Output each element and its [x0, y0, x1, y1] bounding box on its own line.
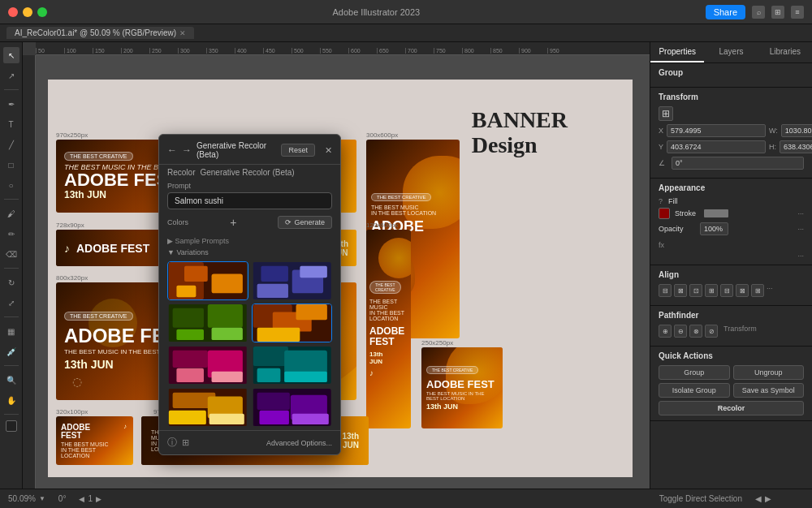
variation-thumb-1[interactable] [167, 261, 248, 300]
nav-right-icon[interactable]: ▶ [765, 494, 771, 503]
prompt-input[interactable] [167, 192, 332, 209]
intersect-btn[interactable]: ⊗ [689, 325, 702, 338]
recolor-reset-button[interactable]: Reset [281, 144, 315, 157]
isolate-group-button[interactable]: Isolate Group [659, 383, 730, 398]
variation-thumb-7[interactable] [167, 388, 248, 427]
exclude-btn[interactable]: ⊘ [705, 325, 718, 338]
banner-title-line2: Design [472, 133, 568, 158]
banner-250x250[interactable]: THE BEST CREATIVE ADOBE FEST THE BEST MU… [421, 347, 503, 428]
pencil-tool[interactable]: ✏ [3, 226, 19, 242]
transform-box-icon[interactable]: ⊞ [659, 106, 673, 121]
pen-tool[interactable]: ✒ [3, 96, 19, 112]
recolor-back-icon[interactable]: ← [167, 144, 177, 156]
variation-thumb-2[interactable] [252, 261, 333, 300]
generate-button[interactable]: ⟳ Generate [278, 216, 332, 229]
nav-left-icon[interactable]: ◀ [755, 494, 762, 503]
artboard-nav-left[interactable]: ◀ [79, 495, 84, 503]
gradient-tool[interactable]: ▦ [3, 323, 19, 339]
menu-icon[interactable]: ≡ [791, 6, 804, 19]
tab-libraries[interactable]: Libraries [758, 42, 812, 62]
tools-panel: ↖ ↗ ✒ T ╱ □ ○ 🖌 ✏ ⌫ ↻ ⤢ ▦ 💉 🔍 ✋ [0, 42, 23, 489]
svg-rect-26 [253, 347, 287, 366]
opacity-dots[interactable]: ··· [797, 225, 804, 233]
align-top-btn[interactable]: ⊞ [705, 284, 718, 297]
title-bar-right: Share ⌕ ⊞ ≡ [706, 5, 804, 19]
angle-icon: ∠ [659, 159, 668, 167]
fill-row: ? Fill [659, 197, 804, 205]
ellipse-tool[interactable]: ○ [3, 177, 19, 193]
scale-tool[interactable]: ⤢ [3, 295, 19, 311]
x-input[interactable] [667, 124, 766, 137]
tab-properties[interactable]: Properties [650, 42, 704, 62]
selection-tool[interactable]: ↖ [3, 47, 19, 63]
sample-prompts-toggle[interactable]: ▶ Sample Prompts [159, 235, 340, 247]
opacity-input[interactable] [700, 222, 728, 235]
variation-thumb-8[interactable] [252, 388, 333, 427]
share-button[interactable]: Share [706, 5, 745, 19]
grid-view-icon[interactable]: ⊞ [182, 437, 189, 448]
align-left-btn[interactable]: ⊟ [659, 284, 672, 297]
title-bar: Adobe Illustrator 2023 Share ⌕ ⊞ ≡ [0, 0, 812, 24]
distribute-btn[interactable]: ⊞ [751, 284, 764, 297]
line-tool[interactable]: ╱ [3, 136, 19, 153]
h-input[interactable] [780, 140, 812, 153]
recolor-button[interactable]: Recolor [659, 401, 804, 415]
tab-layers[interactable]: Layers [704, 42, 758, 62]
unite-btn[interactable]: ⊕ [659, 325, 672, 338]
banner-label-250x250: 250x250px [421, 339, 453, 347]
variation-thumb-3[interactable] [167, 304, 248, 342]
maximize-button[interactable] [37, 7, 47, 17]
align-more-dots[interactable]: ··· [767, 284, 773, 297]
align-center-btn[interactable]: ⊠ [674, 284, 687, 297]
ungroup-button[interactable]: Ungroup [733, 365, 805, 380]
eyedropper-tool[interactable]: 💉 [3, 343, 19, 359]
grid-icon[interactable]: ⊞ [771, 6, 784, 19]
direct-selection-tool[interactable]: ↗ [3, 67, 19, 84]
group-button[interactable]: Group [659, 365, 730, 380]
recolor-forward-icon[interactable]: → [182, 144, 192, 156]
save-as-symbol-button[interactable]: Save as Symbol [733, 383, 805, 398]
paintbrush-tool[interactable]: 🖌 [3, 205, 19, 222]
close-button[interactable] [8, 7, 18, 17]
svg-rect-6 [261, 266, 288, 282]
zoom-tool[interactable]: 🔍 [3, 372, 19, 388]
search-icon[interactable]: ⌕ [752, 6, 765, 19]
hand-tool[interactable]: ✋ [3, 392, 19, 408]
advanced-options-button[interactable]: Advanced Options... [194, 439, 332, 447]
banner-120x600[interactable]: THE BESTCREATIVE THE BEST MUSICIN THE BE… [366, 230, 411, 428]
zoom-dropdown-icon[interactable]: ▼ [39, 495, 45, 502]
variation-thumb-6[interactable] [252, 346, 333, 385]
eraser-tool[interactable]: ⌫ [3, 246, 19, 262]
minimize-button[interactable] [23, 7, 32, 17]
stroke-dots[interactable]: ··· [797, 209, 804, 217]
canvas-content[interactable]: BANNER Design 970x250px THE BEST CREATIV… [36, 55, 650, 489]
h-label: H: [769, 143, 776, 151]
tool-separator-5 [4, 365, 19, 366]
recolor-close-icon[interactable]: ✕ [325, 145, 332, 156]
svg-rect-34 [209, 414, 244, 424]
type-tool[interactable]: T [3, 116, 19, 132]
artboard-nav-right[interactable]: ▶ [96, 495, 102, 503]
w-input[interactable] [781, 124, 812, 137]
zoom-value: 50.09% [8, 494, 36, 503]
close-tab-icon[interactable]: ✕ [179, 29, 186, 37]
banner-320x100[interactable]: ADOBEFEST THE BEST MUSICIN THE BESTLOCAT… [56, 416, 133, 465]
y-input[interactable] [667, 140, 766, 153]
align-middle-btn[interactable]: ⊟ [720, 284, 733, 297]
add-color-button[interactable]: + [230, 217, 236, 228]
info-icon[interactable]: ⓘ [167, 436, 177, 450]
file-tab[interactable]: AI_ReColor01.ai* @ 50.09 % (RGB/Preview)… [6, 27, 194, 39]
opacity-row: Opacity ··· [659, 222, 804, 235]
fill-color[interactable] [6, 420, 17, 432]
recolor-btn-row: Recolor [659, 401, 804, 415]
variation-thumb-4[interactable] [252, 304, 333, 342]
rect-tool[interactable]: □ [3, 157, 19, 173]
align-right-btn[interactable]: ⊡ [689, 284, 702, 297]
appearance-dots[interactable]: ··· [659, 252, 804, 260]
variation-thumb-5[interactable] [167, 346, 248, 385]
minus-front-btn[interactable]: ⊖ [674, 325, 687, 338]
align-bottom-btn[interactable]: ⊠ [736, 284, 749, 297]
angle-input[interactable] [672, 157, 804, 170]
rotate-tool[interactable]: ↻ [3, 274, 19, 291]
stroke-color-swatch[interactable] [659, 208, 670, 219]
